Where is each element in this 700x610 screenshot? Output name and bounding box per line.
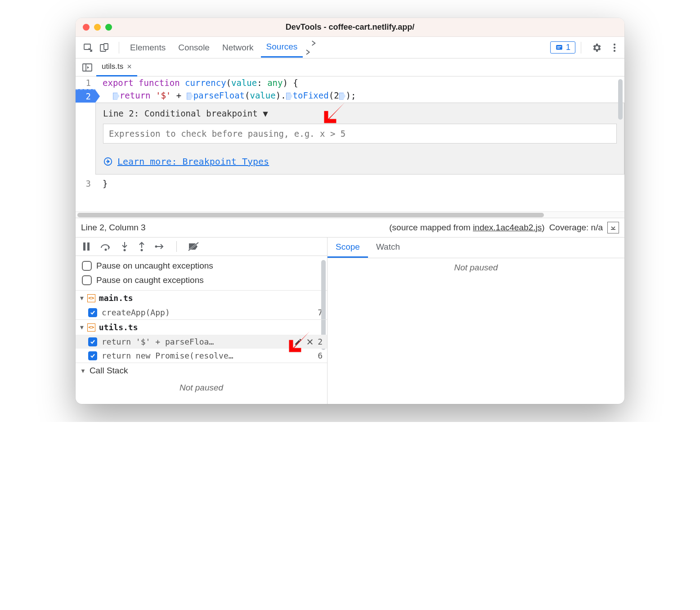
column-breakpoint-icon[interactable]: [286, 93, 292, 100]
source-map-info: (source mapped from index.1ac4eab2.js): [389, 223, 544, 233]
tab-console[interactable]: Console: [173, 38, 215, 57]
svg-rect-13: [83, 242, 85, 251]
settings-icon[interactable]: [587, 40, 606, 56]
column-breakpoint-icon[interactable]: [339, 93, 346, 100]
svg-point-15: [105, 249, 107, 251]
device-toolbar-icon[interactable]: [99, 42, 110, 53]
ts-file-icon: <>: [87, 294, 95, 302]
breakpoint-row[interactable]: return '$' + parseFloa… 2: [76, 335, 327, 349]
source-map-link[interactable]: index.1ac4eab2.js: [473, 223, 542, 232]
code-line-3: }: [95, 177, 108, 190]
pause-uncaught-checkbox-row[interactable]: Pause on uncaught exceptions: [76, 259, 327, 273]
debugger-panes: Pause on uncaught exceptions Pause on ca…: [76, 238, 624, 404]
breakpoint-text: createApp(App): [102, 308, 170, 317]
code-editor[interactable]: 1 export function currency(value: any) {…: [76, 76, 624, 211]
svg-rect-2: [104, 44, 108, 49]
more-tabs-button[interactable]: [305, 34, 323, 61]
checkbox-unchecked-icon[interactable]: [82, 275, 92, 285]
debugger-toolbar: [76, 238, 327, 256]
checkbox-checked-icon[interactable]: [88, 351, 97, 360]
horizontal-scrollbar[interactable]: [76, 211, 624, 218]
scope-pane: Scope Watch Not paused: [328, 238, 624, 404]
breakpoint-text: return '$' + parseFloa…: [102, 337, 214, 346]
file-name: utils.ts: [99, 323, 138, 332]
checkbox-checked-icon[interactable]: [88, 337, 97, 346]
breakpoint-row[interactable]: return new Promise(resolve… 6: [76, 349, 327, 363]
file-tab-label: utils.ts: [102, 62, 123, 71]
scope-not-paused: Not paused: [328, 258, 624, 277]
checkbox-checked-icon[interactable]: [88, 308, 97, 317]
arrow-right-circle-icon: [103, 157, 113, 166]
close-tab-icon[interactable]: ×: [127, 62, 132, 72]
callstack-not-paused: Not paused: [76, 378, 327, 397]
show-bottom-panel-icon[interactable]: [607, 222, 619, 233]
column-breakpoint-icon[interactable]: [187, 93, 193, 100]
tab-scope[interactable]: Scope: [328, 238, 368, 258]
navigator-toggle-icon[interactable]: [78, 61, 96, 74]
code-line-1: export function currency(value: any) {: [95, 76, 298, 89]
kebab-menu-icon[interactable]: [608, 40, 621, 56]
main-toolbar: Elements Console Network Sources 1: [76, 37, 624, 58]
line-number-2-breakpoint[interactable]: 2: [76, 89, 95, 103]
svg-point-16: [124, 249, 126, 251]
svg-point-18: [155, 246, 157, 248]
breakpoint-type-dropdown[interactable]: Conditional breakpoint ▼: [144, 108, 268, 118]
pause-icon[interactable]: [82, 242, 91, 251]
cond-line-label: Line 2:: [103, 108, 139, 118]
svg-rect-5: [557, 48, 560, 49]
callstack-label: Call Stack: [90, 366, 128, 376]
step-icon[interactable]: [155, 242, 166, 251]
learn-more-link[interactable]: Learn more: Breakpoint Types: [117, 156, 269, 167]
svg-point-17: [141, 249, 143, 251]
code-line-2: return '$' + parseFloat(value).toFixed(2…: [95, 89, 356, 102]
pause-uncaught-label: Pause on uncaught exceptions: [96, 261, 213, 271]
line-number-3[interactable]: 3: [76, 177, 95, 190]
breakpoint-line: 2: [318, 337, 323, 346]
chevron-down-icon: ▼: [80, 324, 84, 331]
checkbox-unchecked-icon[interactable]: [82, 261, 92, 271]
chevron-down-icon: ▼: [80, 368, 86, 374]
step-over-icon[interactable]: [100, 242, 112, 251]
tab-network[interactable]: Network: [217, 38, 259, 57]
issues-badge[interactable]: 1: [550, 41, 575, 54]
svg-point-7: [614, 46, 615, 48]
titlebar: DevTools - coffee-cart.netlify.app/: [76, 18, 624, 37]
vertical-scrollbar[interactable]: [618, 79, 623, 120]
issues-count: 1: [566, 43, 570, 52]
edit-breakpoint-icon[interactable]: [294, 338, 302, 346]
window-title: DevTools - coffee-cart.netlify.app/: [76, 22, 624, 32]
pause-caught-checkbox-row[interactable]: Pause on caught exceptions: [76, 273, 327, 287]
svg-rect-3: [556, 45, 562, 50]
conditional-breakpoint-panel: Line 2: Conditional breakpoint ▼ Learn m…: [95, 103, 624, 175]
tab-elements[interactable]: Elements: [125, 38, 171, 57]
svg-point-8: [614, 49, 615, 51]
ts-file-icon: <>: [87, 323, 95, 332]
svg-rect-14: [87, 242, 90, 251]
breakpoint-file-group-utils[interactable]: ▼ <> utils.ts: [76, 320, 327, 335]
remove-breakpoint-icon[interactable]: [306, 338, 314, 346]
breakpoints-pane: Pause on uncaught exceptions Pause on ca…: [76, 238, 328, 404]
condition-input[interactable]: [103, 124, 617, 144]
line-number-1[interactable]: 1: [76, 76, 95, 89]
column-breakpoint-icon[interactable]: [113, 93, 119, 100]
chevron-down-icon: ▼: [80, 295, 84, 301]
file-tab-utils[interactable]: utils.ts ×: [96, 58, 137, 76]
svg-rect-4: [557, 46, 561, 47]
callstack-section[interactable]: ▼ Call Stack: [76, 363, 327, 378]
breakpoint-line: 6: [318, 351, 323, 360]
devtools-window: DevTools - coffee-cart.netlify.app/ Elem…: [76, 18, 624, 404]
breakpoint-file-group-main[interactable]: ▼ <> main.ts: [76, 291, 327, 305]
breakpoint-row[interactable]: createApp(App) 7: [76, 305, 327, 319]
deactivate-breakpoints-icon[interactable]: [188, 242, 199, 251]
tab-sources[interactable]: Sources: [261, 37, 303, 58]
step-into-icon[interactable]: [121, 241, 129, 252]
svg-point-6: [614, 43, 615, 45]
pause-caught-label: Pause on caught exceptions: [96, 275, 204, 285]
breakpoint-text: return new Promise(resolve…: [102, 351, 233, 360]
inspect-icon[interactable]: [83, 42, 94, 53]
file-name: main.ts: [99, 293, 133, 303]
tab-watch[interactable]: Watch: [368, 238, 408, 258]
coverage-info: Coverage: n/a: [549, 223, 603, 233]
step-out-icon[interactable]: [138, 241, 146, 252]
file-tab-bar: utils.ts ×: [76, 58, 624, 76]
